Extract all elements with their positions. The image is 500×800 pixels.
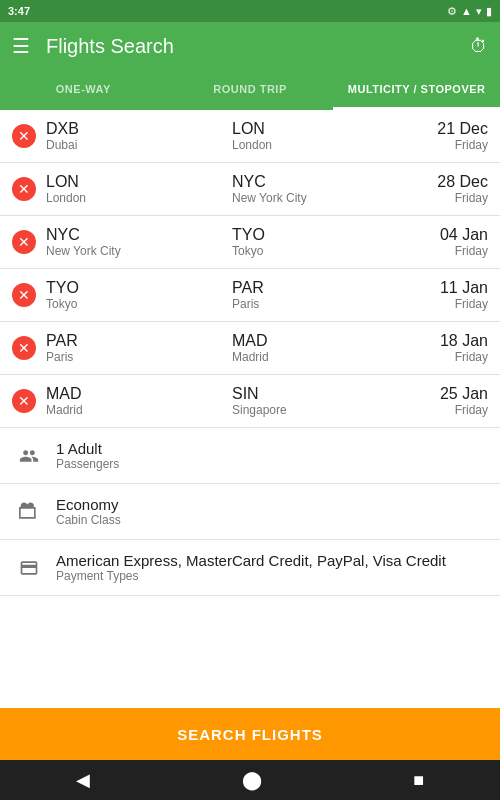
to-city: New York City (232, 191, 312, 205)
flight-to: MAD Madrid (232, 332, 312, 364)
payment-label: American Express, MasterCard Credit, Pay… (56, 552, 446, 569)
remove-flight-btn[interactable]: ✕ (12, 283, 36, 307)
from-city: Madrid (46, 403, 126, 417)
status-bar: 3:47 ⚙ ▲ ▾ ▮ (0, 0, 500, 22)
to-code: LON (232, 120, 312, 138)
page-title: Flights Search (46, 35, 470, 58)
to-city: Paris (232, 297, 312, 311)
to-code: MAD (232, 332, 312, 350)
payment-row[interactable]: American Express, MasterCard Credit, Pay… (0, 540, 500, 596)
date-weekday: Friday (455, 138, 488, 152)
from-city: Paris (46, 350, 126, 364)
remove-flight-btn[interactable]: ✕ (12, 336, 36, 360)
passengers-sublabel: Passengers (56, 457, 119, 471)
flight-details: LON London NYC New York City 28 Dec Frid… (46, 173, 488, 205)
from-code: TYO (46, 279, 126, 297)
flight-date: 21 Dec Friday (418, 120, 488, 152)
payment-sublabel: Payment Types (56, 569, 446, 583)
from-code: DXB (46, 120, 126, 138)
passengers-icon (12, 446, 46, 466)
flight-details: PAR Paris MAD Madrid 18 Jan Friday (46, 332, 488, 364)
to-city: London (232, 138, 312, 152)
battery-icon: ▮ (486, 5, 492, 18)
flight-date: 18 Jan Friday (418, 332, 488, 364)
flight-from: MAD Madrid (46, 385, 126, 417)
passengers-row[interactable]: 1 Adult Passengers (0, 428, 500, 484)
tab-round-trip[interactable]: ROUND TRIP (167, 70, 334, 110)
flight-date: 11 Jan Friday (418, 279, 488, 311)
flight-from: PAR Paris (46, 332, 126, 364)
flight-row: ✕ MAD Madrid SIN Singapore 25 Jan Friday (0, 375, 500, 428)
from-city: New York City (46, 244, 126, 258)
date-day: 04 Jan (440, 226, 488, 244)
cabin-icon (12, 502, 46, 522)
flight-details: DXB Dubai LON London 21 Dec Friday (46, 120, 488, 152)
from-city: Tokyo (46, 297, 126, 311)
to-code: PAR (232, 279, 312, 297)
date-day: 28 Dec (437, 173, 488, 191)
cabin-label: Economy (56, 496, 121, 513)
to-city: Madrid (232, 350, 312, 364)
flight-from: DXB Dubai (46, 120, 126, 152)
status-icons: ⚙ ▲ ▾ ▮ (447, 5, 492, 18)
from-city: Dubai (46, 138, 126, 152)
passengers-label: 1 Adult (56, 440, 119, 457)
payment-icon (12, 558, 46, 578)
cabin-class-row[interactable]: Economy Cabin Class (0, 484, 500, 540)
to-city: Tokyo (232, 244, 312, 258)
signal-icon: ▲ (461, 5, 472, 17)
to-city: Singapore (232, 403, 312, 417)
flight-date: 28 Dec Friday (418, 173, 488, 205)
flight-to: SIN Singapore (232, 385, 312, 417)
flight-date: 25 Jan Friday (418, 385, 488, 417)
search-flights-button[interactable]: SEARCH FLIGHTS (0, 708, 500, 760)
flight-from: NYC New York City (46, 226, 126, 258)
flight-row: ✕ PAR Paris MAD Madrid 18 Jan Friday (0, 322, 500, 375)
date-day: 18 Jan (440, 332, 488, 350)
cabin-sublabel: Cabin Class (56, 513, 121, 527)
remove-flight-btn[interactable]: ✕ (12, 389, 36, 413)
tabs-container: ONE-WAY ROUND TRIP MULTICITY / STOPOVER (0, 70, 500, 110)
passengers-info: 1 Adult Passengers (56, 440, 119, 471)
flight-details: TYO Tokyo PAR Paris 11 Jan Friday (46, 279, 488, 311)
remove-flight-btn[interactable]: ✕ (12, 230, 36, 254)
flight-row: ✕ NYC New York City TYO Tokyo 04 Jan Fri… (0, 216, 500, 269)
date-day: 25 Jan (440, 385, 488, 403)
flight-from: LON London (46, 173, 126, 205)
wifi-icon: ▾ (476, 5, 482, 18)
to-code: NYC (232, 173, 312, 191)
remove-flight-btn[interactable]: ✕ (12, 177, 36, 201)
date-weekday: Friday (455, 350, 488, 364)
flight-to: TYO Tokyo (232, 226, 312, 258)
flight-row: ✕ LON London NYC New York City 28 Dec Fr… (0, 163, 500, 216)
status-time: 3:47 (8, 5, 30, 17)
nav-bar: ◀ ⬤ ■ (0, 760, 500, 800)
date-day: 11 Jan (440, 279, 488, 297)
flight-to: PAR Paris (232, 279, 312, 311)
remove-flight-btn[interactable]: ✕ (12, 124, 36, 148)
content-area: ✕ DXB Dubai LON London 21 Dec Friday ✕ (0, 110, 500, 708)
flight-details: MAD Madrid SIN Singapore 25 Jan Friday (46, 385, 488, 417)
settings-icon: ⚙ (447, 5, 457, 18)
flight-date: 04 Jan Friday (418, 226, 488, 258)
toolbar: ☰ Flights Search ⏱ (0, 22, 500, 70)
tab-multicity[interactable]: MULTICITY / STOPOVER (333, 70, 500, 110)
tab-one-way[interactable]: ONE-WAY (0, 70, 167, 110)
nav-recents-icon[interactable]: ■ (393, 762, 444, 799)
from-code: LON (46, 173, 126, 191)
history-icon[interactable]: ⏱ (470, 36, 488, 57)
menu-icon[interactable]: ☰ (12, 34, 30, 58)
date-day: 21 Dec (437, 120, 488, 138)
to-code: SIN (232, 385, 312, 403)
flight-from: TYO Tokyo (46, 279, 126, 311)
flight-row: ✕ TYO Tokyo PAR Paris 11 Jan Friday (0, 269, 500, 322)
cabin-info: Economy Cabin Class (56, 496, 121, 527)
nav-back-icon[interactable]: ◀ (56, 761, 110, 799)
flight-details: NYC New York City TYO Tokyo 04 Jan Frida… (46, 226, 488, 258)
flights-list: ✕ DXB Dubai LON London 21 Dec Friday ✕ (0, 110, 500, 428)
date-weekday: Friday (455, 403, 488, 417)
from-code: MAD (46, 385, 126, 403)
flight-row: ✕ DXB Dubai LON London 21 Dec Friday (0, 110, 500, 163)
search-flights-label: SEARCH FLIGHTS (177, 726, 323, 743)
nav-home-icon[interactable]: ⬤ (222, 761, 282, 799)
